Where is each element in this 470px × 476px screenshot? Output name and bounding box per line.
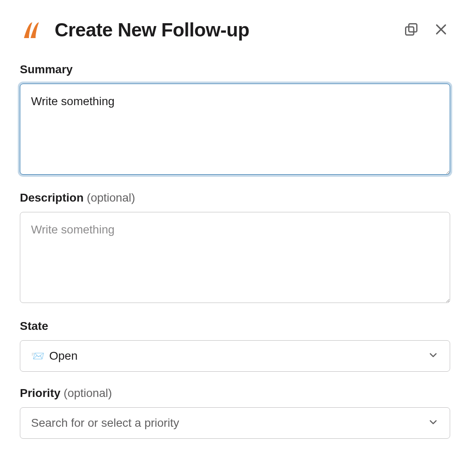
priority-group: Priority (optional) Search for or select… <box>20 387 450 439</box>
modal-title: Create New Follow-up <box>55 19 249 41</box>
state-select-content: 📨 Open <box>31 349 78 363</box>
header-actions <box>402 21 450 39</box>
close-button[interactable] <box>432 21 450 39</box>
summary-input[interactable] <box>20 84 450 175</box>
chevron-down-icon <box>427 349 439 363</box>
summary-group: Summary <box>20 63 450 176</box>
app-logo-icon <box>20 18 43 41</box>
header-left: Create New Follow-up <box>20 18 249 41</box>
description-label-text: Description <box>20 191 84 204</box>
popout-button[interactable] <box>402 21 420 39</box>
priority-label-text: Priority <box>20 387 60 399</box>
state-select[interactable]: 📨 Open <box>20 340 450 372</box>
priority-optional-text: (optional) <box>64 387 112 399</box>
close-icon <box>434 22 448 38</box>
description-optional-text: (optional) <box>87 191 135 204</box>
priority-label: Priority (optional) <box>20 387 450 400</box>
envelope-icon: 📨 <box>31 350 44 363</box>
modal-header: Create New Follow-up <box>20 18 450 41</box>
state-label: State <box>20 320 450 333</box>
chevron-down-icon <box>427 416 439 430</box>
state-group: State 📨 Open <box>20 320 450 372</box>
svg-rect-1 <box>406 27 414 35</box>
popout-icon <box>404 22 419 38</box>
description-input[interactable] <box>20 212 450 303</box>
priority-select[interactable]: Search for or select a priority <box>20 407 450 439</box>
summary-label: Summary <box>20 63 450 76</box>
description-label: Description (optional) <box>20 191 450 204</box>
priority-select-placeholder: Search for or select a priority <box>31 416 179 430</box>
state-select-value: Open <box>49 349 78 363</box>
svg-rect-0 <box>409 24 417 32</box>
description-group: Description (optional) <box>20 191 450 305</box>
